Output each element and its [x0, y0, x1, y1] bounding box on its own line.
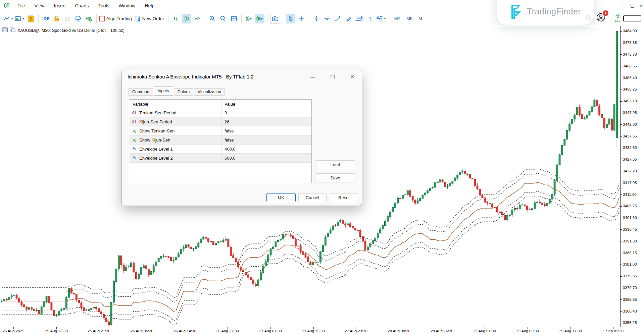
- svg-text:$: $: [30, 16, 32, 21]
- zoom-out-icon[interactable]: [218, 14, 228, 23]
- time-label: 27 Aug 23:30: [345, 329, 367, 333]
- window-minimize-button[interactable]: –: [620, 2, 628, 9]
- chevron-down-icon: ▼: [384, 17, 386, 20]
- chart-template-icon[interactable]: ▼: [3, 14, 13, 23]
- horizontal-line-tool-icon[interactable]: [323, 14, 332, 23]
- indicator-dialog: Ichimoku Senkou A Envelope Indicator MT5…: [121, 70, 362, 206]
- param-row[interactable]: ½Envelope Level 1400.0: [129, 145, 311, 153]
- dialog-minimize-button[interactable]: —: [307, 73, 318, 81]
- price-label: 3478.85: [623, 41, 637, 45]
- time-label: 25 Aug 2025: [3, 329, 24, 333]
- time-label: 26 Aug 06:30: [131, 329, 153, 333]
- chart-tab-label: XAUUSD@, M30: Spot Gold vs US Dollar (1 …: [17, 28, 125, 33]
- level-up-icon[interactable]: LVL: [615, 13, 621, 22]
- param-name: Envelope Level 1: [139, 147, 173, 152]
- shift-end-right-icon[interactable]: [244, 14, 254, 23]
- tab-inputs[interactable]: Inputs: [154, 86, 173, 96]
- param-row[interactable]: Show Tenkan-Senfalse: [129, 126, 311, 135]
- column-variable: Variable: [129, 100, 221, 108]
- shapes-tool-icon[interactable]: ▼: [376, 14, 386, 23]
- timeframe-m5-button[interactable]: M5: [404, 14, 415, 23]
- tile-windows-icon[interactable]: [229, 14, 239, 23]
- load-button[interactable]: Load: [315, 160, 355, 169]
- fibonacci-tool-icon[interactable]: [355, 14, 364, 23]
- price-label: 3484.00: [623, 29, 637, 33]
- shift-left-icon[interactable]: [255, 14, 264, 23]
- dialog-maximize-button[interactable]: [327, 73, 338, 81]
- community-broadcast-icon[interactable]: [84, 14, 94, 23]
- new-order-button[interactable]: New Order: [135, 14, 165, 23]
- reset-button[interactable]: Reset: [330, 193, 358, 202]
- tradingfinder-brand-text: TradingFinder: [527, 7, 581, 16]
- tab-common[interactable]: Common: [129, 88, 153, 96]
- param-row[interactable]: 01Kijun-Sen Period26: [129, 117, 311, 126]
- vertical-line-tool-icon[interactable]: [312, 14, 321, 23]
- dialog-tabs: Common Inputs Colors Visualization: [129, 86, 225, 96]
- time-axis[interactable]: 25 Aug 202525 Aug 13:3025 Aug 21:3026 Au…: [0, 327, 644, 334]
- timeframe-m1-button[interactable]: M1: [392, 14, 403, 23]
- screenshot-camera-icon[interactable]: [270, 14, 280, 24]
- zoom-in-icon[interactable]: [208, 14, 217, 23]
- ok-button[interactable]: OK: [266, 193, 296, 202]
- metaeditor-ide-button[interactable]: IDE: [41, 14, 51, 23]
- dialog-close-button[interactable]: ✕: [347, 73, 358, 81]
- time-label: 28 Aug 08:30: [388, 329, 410, 333]
- price-label: 3422.20: [623, 169, 637, 173]
- price-label: 3468.55: [623, 64, 637, 68]
- price-label: 3386.15: [623, 251, 637, 255]
- dollar-trade-icon[interactable]: $: [26, 14, 36, 23]
- chart-list-icon: [2, 27, 8, 34]
- price-label: 3375.85: [623, 274, 637, 278]
- menu-charts[interactable]: Charts: [70, 0, 94, 11]
- price-axis[interactable]: 3484.003478.853473.703468.553463.403458.…: [620, 26, 644, 327]
- window-restore-button[interactable]: [628, 2, 636, 9]
- chevron-down-icon: ▼: [11, 17, 13, 20]
- param-value[interactable]: false: [221, 135, 311, 144]
- text-tool-icon[interactable]: [365, 14, 375, 23]
- param-name: Show Tenkan-Sen: [139, 128, 175, 133]
- algo-trading-button[interactable]: Algo Trading: [99, 14, 133, 23]
- dialog-resize-grip[interactable]: [357, 201, 360, 204]
- param-row[interactable]: 01Tenkan-Sen Period9: [129, 108, 311, 117]
- channel-tool-icon[interactable]: [344, 14, 353, 23]
- menu-insert[interactable]: Insert: [49, 0, 70, 11]
- chart-tab[interactable]: XAUUSD@, M30: Spot Gold vs US Dollar (1 …: [2, 27, 125, 34]
- search-icon[interactable]: [585, 15, 592, 23]
- integer-type-icon: 01: [132, 111, 137, 115]
- mt5-window: File View Insert Charts Tools Window Hel…: [0, 0, 644, 334]
- notification-badge: 1: [602, 10, 609, 17]
- time-label: 25 Aug 21:30: [88, 329, 110, 333]
- cloud-icon[interactable]: [73, 14, 83, 23]
- cursor-icon[interactable]: [286, 14, 295, 23]
- crosshair-icon[interactable]: [297, 14, 306, 23]
- parameters-table: Variable Value 01Tenkan-Sen Period901Kij…: [129, 99, 312, 183]
- param-row[interactable]: Show Kijun-Senfalse: [129, 135, 311, 145]
- param-row[interactable]: ½Envelope Level 2600.0: [129, 153, 311, 163]
- window-close-button[interactable]: ✕: [637, 2, 644, 9]
- menu-file[interactable]: File: [13, 0, 30, 11]
- tab-visualization[interactable]: Visualization: [194, 88, 225, 96]
- menu-window[interactable]: Window: [114, 0, 140, 11]
- save-button[interactable]: Save: [315, 173, 355, 182]
- param-value[interactable]: false: [221, 126, 311, 135]
- cancel-button[interactable]: Cancel: [298, 193, 327, 202]
- menu-help[interactable]: Help: [140, 0, 159, 11]
- price-label: 3396.45: [623, 227, 637, 231]
- param-value[interactable]: 9: [221, 108, 311, 117]
- indicator-window-icon[interactable]: ▼: [15, 14, 25, 23]
- trendline-tool-icon[interactable]: [333, 14, 343, 23]
- signals-icon[interactable]: ((o)): [63, 14, 72, 23]
- menu-view[interactable]: View: [30, 0, 49, 11]
- price-label: 3391.30: [623, 239, 637, 243]
- menu-tools[interactable]: Tools: [94, 0, 114, 11]
- candlestick-chart-type-icon[interactable]: [182, 14, 191, 23]
- market-bag-icon[interactable]: [52, 14, 61, 23]
- line-chart-type-icon[interactable]: [193, 14, 202, 23]
- timeframe-m15-button[interactable]: M.: [416, 14, 426, 23]
- param-value[interactable]: 600.0: [221, 154, 311, 162]
- boolean-type-icon: [132, 137, 137, 142]
- bar-chart-type-icon[interactable]: [171, 14, 181, 23]
- param-value[interactable]: 400.0: [221, 145, 311, 153]
- tab-colors[interactable]: Colors: [174, 88, 193, 96]
- param-value[interactable]: 26: [221, 117, 311, 126]
